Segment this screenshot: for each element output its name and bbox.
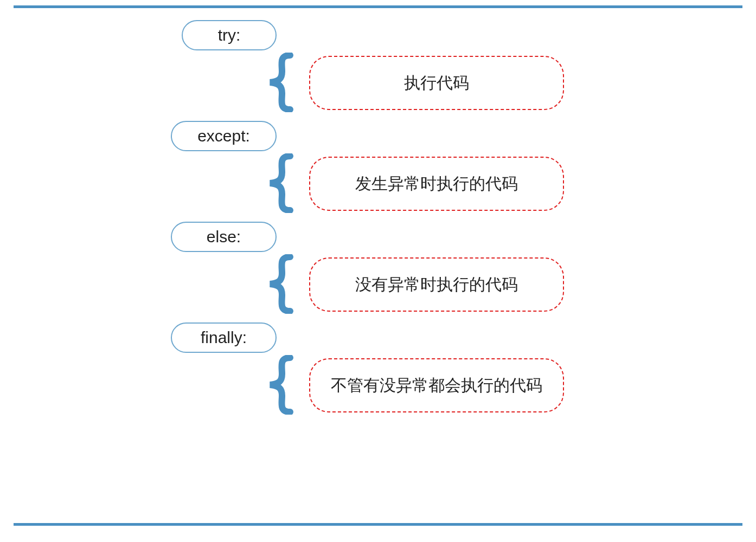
keyword-label: try: — [218, 26, 241, 44]
brace-icon — [260, 153, 298, 213]
description-box-except: 发生异常时执行的代码 — [309, 157, 564, 211]
description-text: 发生异常时执行的代码 — [355, 173, 518, 195]
brace-icon — [260, 254, 298, 314]
description-box-try: 执行代码 — [309, 56, 564, 110]
description-text: 执行代码 — [404, 72, 469, 94]
keyword-label: except: — [197, 127, 250, 145]
brace-icon — [260, 355, 298, 415]
horizontal-rule-bottom — [14, 523, 742, 526]
keyword-pill-else: else: — [171, 222, 277, 252]
description-box-finally: 不管有没异常都会执行的代码 — [309, 358, 564, 412]
description-text: 没有异常时执行的代码 — [355, 274, 518, 296]
description-text: 不管有没异常都会执行的代码 — [331, 375, 542, 397]
keyword-pill-except: except: — [171, 121, 277, 151]
keyword-pill-try: try: — [182, 20, 277, 50]
keyword-label: else: — [207, 228, 241, 246]
keyword-label: finally: — [201, 328, 247, 347]
brace-icon — [260, 53, 298, 112]
keyword-pill-finally: finally: — [171, 322, 277, 353]
horizontal-rule-top — [14, 5, 742, 8]
description-box-else: 没有异常时执行的代码 — [309, 257, 564, 312]
